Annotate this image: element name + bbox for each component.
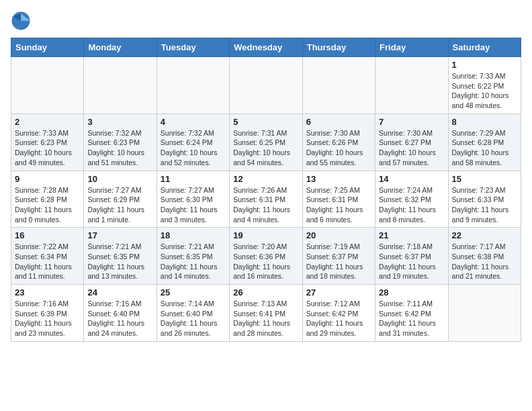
day-number: 25 <box>161 287 226 298</box>
calendar-cell: 9Sunrise: 7:28 AM Sunset: 6:28 PM Daylig… <box>11 171 84 228</box>
day-info: Sunrise: 7:17 AM Sunset: 6:38 PM Dayligh… <box>452 242 517 281</box>
calendar-cell: 7Sunrise: 7:30 AM Sunset: 6:27 PM Daylig… <box>375 113 448 171</box>
day-number: 27 <box>306 287 371 298</box>
calendar-cell <box>230 57 302 114</box>
calendar-cell: 25Sunrise: 7:14 AM Sunset: 6:40 PM Dayli… <box>157 285 229 342</box>
calendar-cell <box>11 57 84 114</box>
day-info: Sunrise: 7:30 AM Sunset: 6:26 PM Dayligh… <box>306 128 371 168</box>
calendar-cell <box>448 285 521 342</box>
calendar-cell: 8Sunrise: 7:29 AM Sunset: 6:28 PM Daylig… <box>448 113 521 171</box>
weekday-header-wednesday: Wednesday <box>230 38 302 57</box>
day-number: 8 <box>452 117 517 127</box>
day-number: 17 <box>87 230 152 240</box>
calendar-cell: 10Sunrise: 7:27 AM Sunset: 6:29 PM Dayli… <box>84 171 157 228</box>
day-number: 20 <box>306 230 371 240</box>
calendar-week-row: 23Sunrise: 7:16 AM Sunset: 6:39 PM Dayli… <box>11 285 521 342</box>
calendar-cell: 27Sunrise: 7:12 AM Sunset: 6:42 PM Dayli… <box>302 285 375 342</box>
calendar-cell: 28Sunrise: 7:11 AM Sunset: 6:42 PM Dayli… <box>375 285 448 342</box>
day-number: 9 <box>15 174 80 184</box>
day-number: 15 <box>452 174 517 184</box>
day-number: 24 <box>87 287 152 298</box>
day-info: Sunrise: 7:32 AM Sunset: 6:24 PM Dayligh… <box>161 128 226 168</box>
calendar-cell: 18Sunrise: 7:21 AM Sunset: 6:35 PM Dayli… <box>157 228 229 285</box>
calendar-cell: 13Sunrise: 7:25 AM Sunset: 6:31 PM Dayli… <box>302 171 375 228</box>
calendar-cell: 21Sunrise: 7:18 AM Sunset: 6:37 PM Dayli… <box>375 228 448 285</box>
day-number: 19 <box>233 230 298 240</box>
calendar-cell: 4Sunrise: 7:32 AM Sunset: 6:24 PM Daylig… <box>157 113 229 171</box>
calendar-cell: 22Sunrise: 7:17 AM Sunset: 6:38 PM Dayli… <box>448 228 521 285</box>
calendar-cell: 1Sunrise: 7:33 AM Sunset: 6:22 PM Daylig… <box>448 57 521 114</box>
day-info: Sunrise: 7:22 AM Sunset: 6:34 PM Dayligh… <box>15 242 80 281</box>
calendar-header-row: SundayMondayTuesdayWednesdayThursdayFrid… <box>11 38 521 57</box>
page-header <box>11 11 521 31</box>
day-info: Sunrise: 7:12 AM Sunset: 6:42 PM Dayligh… <box>306 299 371 338</box>
calendar-cell: 5Sunrise: 7:31 AM Sunset: 6:25 PM Daylig… <box>230 113 302 171</box>
calendar-cell: 24Sunrise: 7:15 AM Sunset: 6:40 PM Dayli… <box>84 285 157 342</box>
weekday-header-monday: Monday <box>84 38 157 57</box>
calendar-cell: 19Sunrise: 7:20 AM Sunset: 6:36 PM Dayli… <box>230 228 302 285</box>
calendar-cell <box>157 57 229 114</box>
weekday-header-tuesday: Tuesday <box>157 38 229 57</box>
logo <box>11 11 32 31</box>
day-info: Sunrise: 7:30 AM Sunset: 6:27 PM Dayligh… <box>379 128 444 168</box>
calendar-week-row: 2Sunrise: 7:33 AM Sunset: 6:23 PM Daylig… <box>11 113 521 171</box>
day-number: 6 <box>306 117 371 127</box>
day-number: 11 <box>161 174 226 184</box>
day-info: Sunrise: 7:13 AM Sunset: 6:41 PM Dayligh… <box>233 299 298 338</box>
day-info: Sunrise: 7:33 AM Sunset: 6:22 PM Dayligh… <box>452 71 517 111</box>
day-info: Sunrise: 7:27 AM Sunset: 6:30 PM Dayligh… <box>161 185 226 225</box>
day-number: 21 <box>379 230 444 240</box>
day-number: 23 <box>15 287 80 298</box>
day-info: Sunrise: 7:31 AM Sunset: 6:25 PM Dayligh… <box>233 128 298 168</box>
calendar-cell: 26Sunrise: 7:13 AM Sunset: 6:41 PM Dayli… <box>230 285 302 342</box>
day-info: Sunrise: 7:15 AM Sunset: 6:40 PM Dayligh… <box>87 299 152 338</box>
calendar-cell: 14Sunrise: 7:24 AM Sunset: 6:32 PM Dayli… <box>375 171 448 228</box>
calendar-cell: 17Sunrise: 7:21 AM Sunset: 6:35 PM Dayli… <box>84 228 157 285</box>
day-info: Sunrise: 7:21 AM Sunset: 6:35 PM Dayligh… <box>161 242 226 281</box>
day-number: 4 <box>161 117 226 127</box>
day-number: 1 <box>452 60 517 70</box>
weekday-header-friday: Friday <box>375 38 448 57</box>
calendar-cell: 16Sunrise: 7:22 AM Sunset: 6:34 PM Dayli… <box>11 228 84 285</box>
day-info: Sunrise: 7:32 AM Sunset: 6:23 PM Dayligh… <box>87 128 152 168</box>
day-info: Sunrise: 7:21 AM Sunset: 6:35 PM Dayligh… <box>87 242 152 281</box>
day-number: 16 <box>15 230 80 240</box>
day-number: 7 <box>379 117 444 127</box>
day-info: Sunrise: 7:14 AM Sunset: 6:40 PM Dayligh… <box>161 299 226 338</box>
calendar-week-row: 16Sunrise: 7:22 AM Sunset: 6:34 PM Dayli… <box>11 228 521 285</box>
calendar-cell: 3Sunrise: 7:32 AM Sunset: 6:23 PM Daylig… <box>84 113 157 171</box>
calendar-cell <box>302 57 375 114</box>
day-number: 18 <box>161 230 226 240</box>
day-info: Sunrise: 7:25 AM Sunset: 6:31 PM Dayligh… <box>306 185 371 225</box>
calendar-cell: 11Sunrise: 7:27 AM Sunset: 6:30 PM Dayli… <box>157 171 229 228</box>
calendar-week-row: 9Sunrise: 7:28 AM Sunset: 6:28 PM Daylig… <box>11 171 521 228</box>
day-info: Sunrise: 7:28 AM Sunset: 6:28 PM Dayligh… <box>15 185 80 225</box>
day-info: Sunrise: 7:24 AM Sunset: 6:32 PM Dayligh… <box>379 185 444 225</box>
calendar-cell <box>84 57 157 114</box>
day-number: 3 <box>87 117 152 127</box>
weekday-header-saturday: Saturday <box>448 38 521 57</box>
day-number: 28 <box>379 287 444 298</box>
calendar-cell: 12Sunrise: 7:26 AM Sunset: 6:31 PM Dayli… <box>230 171 302 228</box>
day-info: Sunrise: 7:19 AM Sunset: 6:37 PM Dayligh… <box>306 242 371 281</box>
day-info: Sunrise: 7:27 AM Sunset: 6:29 PM Dayligh… <box>87 185 152 225</box>
day-info: Sunrise: 7:18 AM Sunset: 6:37 PM Dayligh… <box>379 242 444 281</box>
calendar-week-row: 1Sunrise: 7:33 AM Sunset: 6:22 PM Daylig… <box>11 57 521 114</box>
calendar-cell: 20Sunrise: 7:19 AM Sunset: 6:37 PM Dayli… <box>302 228 375 285</box>
day-number: 22 <box>452 230 517 240</box>
weekday-header-thursday: Thursday <box>302 38 375 57</box>
calendar-cell <box>375 57 448 114</box>
day-info: Sunrise: 7:16 AM Sunset: 6:39 PM Dayligh… <box>15 299 80 338</box>
day-number: 12 <box>233 174 298 184</box>
calendar-table: SundayMondayTuesdayWednesdayThursdayFrid… <box>11 38 521 342</box>
calendar-cell: 6Sunrise: 7:30 AM Sunset: 6:26 PM Daylig… <box>302 113 375 171</box>
day-number: 13 <box>306 174 371 184</box>
calendar-cell: 23Sunrise: 7:16 AM Sunset: 6:39 PM Dayli… <box>11 285 84 342</box>
weekday-header-sunday: Sunday <box>11 38 84 57</box>
day-number: 26 <box>233 287 298 298</box>
calendar-cell: 15Sunrise: 7:23 AM Sunset: 6:33 PM Dayli… <box>448 171 521 228</box>
day-info: Sunrise: 7:20 AM Sunset: 6:36 PM Dayligh… <box>233 242 298 281</box>
day-number: 5 <box>233 117 298 127</box>
day-number: 10 <box>87 174 152 184</box>
calendar-cell: 2Sunrise: 7:33 AM Sunset: 6:23 PM Daylig… <box>11 113 84 171</box>
